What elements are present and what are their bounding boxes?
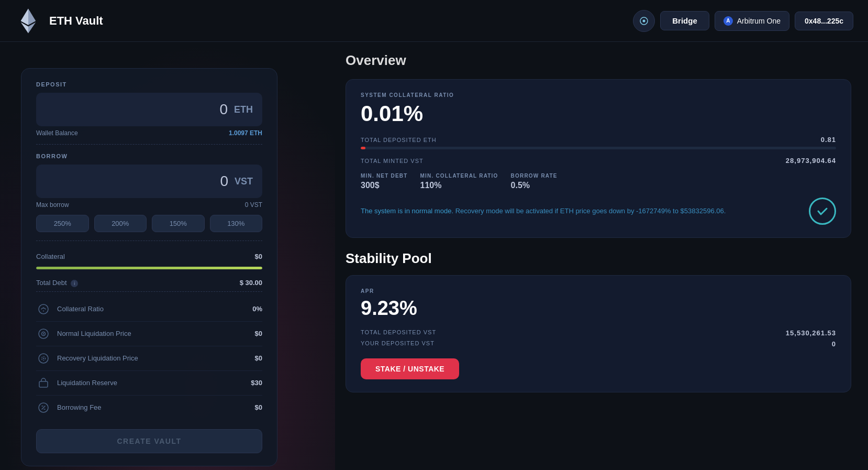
total-minted-row: TOTAL MINTED VST 28,973,904.64: [361, 157, 836, 165]
borrow-rate-label: BORROW RATE: [511, 173, 558, 179]
total-deposited-label: TOTAL DEPOSITED ETH: [361, 137, 437, 143]
deposited-progress-bar: [361, 147, 836, 149]
collateral-row: Collateral $0: [36, 248, 262, 269]
stake-unstake-button[interactable]: STAKE / UNSTAKE: [361, 358, 459, 379]
liquidation-reserve-value: $30: [251, 379, 262, 387]
wallet-balance-value[interactable]: 1.0097 ETH: [229, 129, 262, 137]
svg-marker-1: [21, 8, 28, 25]
collateral-ratio-label: Collateral Ratio: [57, 305, 252, 313]
deposit-input[interactable]: [40, 101, 228, 118]
liquidation-reserve-icon: [36, 376, 51, 390]
total-deposited-vst-label: TOTAL DEPOSITED VST: [361, 329, 436, 337]
borrowing-fee-row: Borrowing Fee $0: [36, 396, 262, 420]
ratio-btn-250[interactable]: 250%: [36, 215, 89, 232]
deposit-label: DEPOSIT: [36, 81, 262, 88]
svg-point-12: [43, 357, 44, 358]
header-controls: Bridge A Arbitrum One 0x48...225c: [633, 10, 853, 32]
divider: [36, 241, 262, 241]
svg-rect-13: [39, 381, 48, 387]
borrowing-fee-value: $0: [255, 403, 262, 411]
create-vault-button[interactable]: CREATE VAULT: [36, 429, 262, 453]
notice-row: The system is in normal mode. Recovery m…: [361, 198, 836, 225]
notice-text: The system is in normal mode. Recovery m…: [361, 206, 800, 217]
arbitrum-icon: A: [724, 16, 733, 26]
recovery-liquidation-icon: [36, 351, 51, 366]
ratio-btn-130[interactable]: 130%: [210, 215, 263, 232]
deposited-progress-fill: [361, 147, 365, 149]
network-label: Arbitrum One: [737, 17, 781, 25]
vault-form: DEPOSIT ETH Wallet Balance 1.0097 ETH BO…: [21, 68, 277, 466]
header: ETH Vault Bridge A Arbitrum One 0x48...2…: [0, 0, 868, 42]
deposit-currency: ETH: [234, 104, 253, 115]
normal-liquidation-value: $0: [255, 330, 262, 337]
network-selector[interactable]: A Arbitrum One: [715, 11, 789, 31]
borrow-label: BORROW: [36, 153, 262, 159]
ratio-btn-200[interactable]: 200%: [94, 215, 147, 232]
recovery-liquidation-label: Recovery Liquidation Price: [57, 354, 255, 362]
max-borrow-label: Max borrow: [36, 201, 69, 209]
your-deposited-vst-label: YOUR DEPOSITED VST: [361, 340, 435, 348]
page-title: ETH Vault: [49, 14, 103, 28]
total-deposited-vst-value: 15,530,261.53: [786, 329, 836, 337]
liquidation-reserve-label: Liquidation Reserve: [57, 379, 251, 387]
collateral-label: Collateral: [36, 253, 65, 260]
min-net-debt-value: 300$: [361, 181, 408, 190]
recovery-liquidation-value: $0: [255, 354, 262, 362]
stability-pool-card: APR 9.23% TOTAL DEPOSITED VST 15,530,261…: [346, 275, 851, 392]
total-deposited-vst-row: TOTAL DEPOSITED VST 15,530,261.53: [361, 329, 836, 337]
borrow-currency: VST: [235, 176, 253, 187]
collateral-value: $0: [255, 253, 262, 260]
total-deposited-row: TOTAL DEPOSITED ETH 0.81: [361, 136, 836, 144]
total-minted-label: TOTAL MINTED VST: [361, 158, 424, 164]
liquidation-reserve-row: Liquidation Reserve $30: [36, 371, 262, 396]
total-debt-value: $ 30.00: [240, 279, 262, 287]
borrow-input[interactable]: [41, 173, 228, 190]
overview-title: Overview: [346, 52, 851, 69]
max-borrow-row: Max borrow 0 VST: [36, 201, 262, 209]
borrowing-fee-icon: [36, 400, 51, 415]
three-col-stats: MIN. NET DEBT 300$ MIN. COLLATERAL RATIO…: [361, 173, 836, 190]
borrowing-fee-label: Borrowing Fee: [57, 403, 255, 411]
wallet-balance-label: Wallet Balance: [36, 129, 78, 137]
collateral-ratio-card-value: 0.01%: [361, 101, 836, 126]
svg-point-6: [39, 304, 48, 314]
min-net-debt-label: MIN. NET DEBT: [361, 173, 408, 179]
total-minted-value: 28,973,904.64: [786, 157, 836, 165]
borrow-rate-col: BORROW RATE 0.5%: [511, 173, 558, 190]
right-panel: Overview SYSTEM COLLATERAL RATIO 0.01% T…: [335, 42, 868, 470]
recovery-liquidation-row: Recovery Liquidation Price $0: [36, 346, 262, 371]
collateral-ratio-card-label: SYSTEM COLLATERAL RATIO: [361, 92, 836, 98]
wallet-button[interactable]: 0x48...225c: [795, 12, 853, 30]
min-collateral-value: 110%: [420, 181, 498, 190]
deposit-input-row: ETH: [36, 93, 262, 126]
collateral-bar: [36, 267, 262, 269]
your-deposited-vst-row: YOUR DEPOSITED VST 0: [361, 340, 836, 348]
left-panel: DEPOSIT ETH Wallet Balance 1.0097 ETH BO…: [0, 42, 335, 470]
max-borrow-value: 0 VST: [245, 201, 262, 209]
collateral-bar-fill: [36, 267, 262, 269]
svg-point-5: [643, 19, 646, 22]
collateral-ratio-icon: [36, 302, 51, 316]
normal-liquidation-icon: [36, 326, 51, 341]
overview-card: SYSTEM COLLATERAL RATIO 0.01% TOTAL DEPO…: [346, 79, 851, 238]
stability-pool-title: Stability Pool: [346, 250, 851, 267]
apr-value: 9.23%: [361, 297, 836, 320]
check-circle-icon: [809, 198, 836, 225]
your-deposited-vst-value: 0: [832, 340, 836, 348]
borrow-rate-value: 0.5%: [511, 181, 558, 190]
bridge-button[interactable]: Bridge: [660, 11, 709, 30]
min-net-debt-col: MIN. NET DEBT 300$: [361, 173, 408, 190]
wallet-balance-row: Wallet Balance 1.0097 ETH: [36, 129, 262, 145]
svg-point-9: [43, 333, 44, 334]
borrow-input-row: VST: [36, 165, 262, 198]
normal-liquidation-row: Normal Liquidation Price $0: [36, 322, 262, 346]
min-collateral-label: MIN. COLLATERAL RATIO: [420, 173, 498, 179]
total-debt-row: Total Debt i $ 30.00: [36, 275, 262, 292]
total-debt-info-icon[interactable]: i: [71, 280, 78, 287]
ratio-btn-150[interactable]: 150%: [152, 215, 205, 232]
settings-icon-button[interactable]: [633, 10, 655, 32]
ratio-buttons: 250% 200% 150% 130%: [36, 215, 262, 232]
logo: ETH Vault: [15, 7, 103, 35]
total-deposited-value: 0.81: [821, 136, 836, 144]
eth-logo-icon: [15, 7, 42, 35]
